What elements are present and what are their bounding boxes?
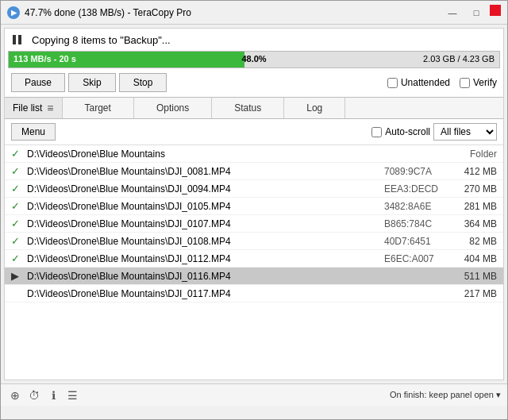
action-buttons-row: Pause Skip Stop Unattended Verify xyxy=(5,68,503,97)
app-icon: ▶ xyxy=(7,6,20,19)
close-button[interactable] xyxy=(490,5,501,16)
file-row[interactable]: ✓D:\Videos\Drone\Blue Mountains\DJI_0105… xyxy=(5,198,503,215)
file-hash: 3482:8A6E xyxy=(384,201,448,212)
info-icon[interactable]: ℹ xyxy=(45,387,61,403)
file-row[interactable]: ✓D:\Videos\Drone\Blue Mountains\DJI_0112… xyxy=(5,250,503,268)
unattended-label: Unattended xyxy=(401,77,450,88)
file-row[interactable]: ✓D:\Videos\Drone\Blue Mountains\DJI_0107… xyxy=(5,215,503,233)
tab-target[interactable]: Target xyxy=(63,98,134,118)
file-size: 82 MB xyxy=(457,236,497,247)
file-path: D:\Videos\Drone\Blue Mountains\DJI_0117.… xyxy=(27,288,384,299)
maximize-button[interactable]: □ xyxy=(466,5,487,21)
file-path: D:\Videos\Drone\Blue Mountains\DJI_0108.… xyxy=(27,236,384,247)
check-icon: ✓ xyxy=(11,252,22,264)
check-icon: ✓ xyxy=(11,148,22,160)
progress-speed-label: 113 MB/s - 20 s xyxy=(13,54,76,64)
clock-icon[interactable]: ⏱ xyxy=(26,387,42,403)
file-row[interactable]: ✓D:\Videos\Drone\Blue Mountains\DJI_0081… xyxy=(5,163,503,180)
file-hash: E6EC:A007 xyxy=(384,253,448,264)
tabs-row: File list ≡ Target Options Status Log xyxy=(5,97,503,119)
file-hash: EEA3:DECD xyxy=(384,183,448,195)
verify-option[interactable]: Verify xyxy=(460,77,497,88)
file-size: 281 MB xyxy=(457,201,497,212)
file-path: D:\Videos\Drone\Blue Mountains xyxy=(27,148,384,160)
progress-bar: 113 MB/s - 20 s 48.0% 2.03 GB / 4.23 GB xyxy=(8,51,500,68)
verify-checkbox[interactable] xyxy=(460,78,470,88)
file-list-label: File list xyxy=(13,102,42,114)
skip-button[interactable]: Skip xyxy=(68,73,116,92)
title-bar-text: 47.7% done (138 MB/s) - TeraCopy Pro xyxy=(25,7,442,18)
title-bar: ▶ 47.7% done (138 MB/s) - TeraCopy Pro —… xyxy=(1,1,507,25)
options-checkboxes: Unattended Verify xyxy=(387,77,497,88)
check-icon: ✓ xyxy=(11,200,22,212)
pause-icon xyxy=(13,33,25,46)
file-row[interactable]: D:\Videos\Drone\Blue Mountains\DJI_0117.… xyxy=(5,285,503,302)
progress-size-label: 2.03 GB / 4.23 GB xyxy=(423,54,495,64)
status-text: Copying 8 items to "Backup"... xyxy=(32,34,171,46)
autoscroll-label: Auto-scroll xyxy=(385,126,430,137)
hamburger-icon: ≡ xyxy=(47,102,53,114)
file-row[interactable]: ✓D:\Videos\Drone\Blue Mountains\DJI_0094… xyxy=(5,180,503,198)
file-size: 364 MB xyxy=(457,218,497,229)
autoscroll-option[interactable]: Auto-scroll xyxy=(371,126,430,137)
play-icon: ▶ xyxy=(11,270,22,282)
file-list: ✓D:\Videos\Drone\Blue MountainsFolder✓D:… xyxy=(5,145,503,380)
folder-label: Folder xyxy=(457,148,497,160)
main-panel: Copying 8 items to "Backup"... 113 MB/s … xyxy=(4,28,504,380)
add-icon[interactable]: ⊕ xyxy=(7,387,23,403)
unattended-option[interactable]: Unattended xyxy=(387,77,450,88)
file-path: D:\Videos\Drone\Blue Mountains\DJI_0081.… xyxy=(27,166,384,177)
tab-file-list[interactable]: File list ≡ xyxy=(5,98,63,118)
file-row[interactable]: ▶D:\Videos\Drone\Blue Mountains\DJI_0116… xyxy=(5,268,503,285)
check-icon: ✓ xyxy=(11,218,22,229)
unattended-checkbox[interactable] xyxy=(387,78,398,88)
file-size: 404 MB xyxy=(457,253,497,264)
file-hash: 40D7:6451 xyxy=(384,236,448,247)
file-size: 270 MB xyxy=(457,183,497,195)
check-icon: ✓ xyxy=(11,165,22,177)
tab-options[interactable]: Options xyxy=(134,98,212,118)
minimize-button[interactable]: — xyxy=(442,5,463,21)
autoscroll-area: Auto-scroll All files Failed Skipped Don… xyxy=(371,123,497,141)
pause-button[interactable]: Pause xyxy=(11,73,65,92)
stop-button[interactable]: Stop xyxy=(119,73,167,92)
file-size: 412 MB xyxy=(457,166,497,177)
file-row[interactable]: ✓D:\Videos\Drone\Blue MountainsFolder xyxy=(5,145,503,163)
file-row[interactable]: ✓D:\Videos\Drone\Blue Mountains\DJI_0108… xyxy=(5,233,503,250)
file-hash: B865:784C xyxy=(384,218,448,229)
tab-status[interactable]: Status xyxy=(212,98,284,118)
finish-status-text[interactable]: On finish: keep panel open ▾ xyxy=(390,390,501,400)
menu-button[interactable]: Menu xyxy=(11,123,56,141)
hamburger-bottom-icon[interactable]: ☰ xyxy=(64,387,80,403)
file-path: D:\Videos\Drone\Blue Mountains\DJI_0094.… xyxy=(27,183,384,195)
check-icon: ✓ xyxy=(11,183,22,195)
filter-dropdown[interactable]: All files Failed Skipped Done xyxy=(433,123,497,141)
file-size: 511 MB xyxy=(457,271,497,282)
title-bar-controls: — □ xyxy=(442,5,501,21)
tab-log[interactable]: Log xyxy=(284,98,345,118)
file-path: D:\Videos\Drone\Blue Mountains\DJI_0107.… xyxy=(27,218,384,229)
file-path: D:\Videos\Drone\Blue Mountains\DJI_0116.… xyxy=(27,271,384,282)
autoscroll-checkbox[interactable] xyxy=(371,127,382,137)
toolbar-row: Menu Auto-scroll All files Failed Skippe… xyxy=(5,119,503,145)
file-path: D:\Videos\Drone\Blue Mountains\DJI_0105.… xyxy=(27,201,384,212)
progress-percent-label: 48.0% xyxy=(241,54,266,64)
check-icon: ✓ xyxy=(11,235,22,247)
status-header: Copying 8 items to "Backup"... xyxy=(5,29,503,51)
file-hash: 7089:9C7A xyxy=(384,166,448,177)
bottom-bar: ⊕ ⏱ ℹ ☰ On finish: keep panel open ▾ xyxy=(1,383,507,406)
file-path: D:\Videos\Drone\Blue Mountains\DJI_0112.… xyxy=(27,253,384,264)
file-size: 217 MB xyxy=(457,288,497,299)
verify-label: Verify xyxy=(473,77,497,88)
